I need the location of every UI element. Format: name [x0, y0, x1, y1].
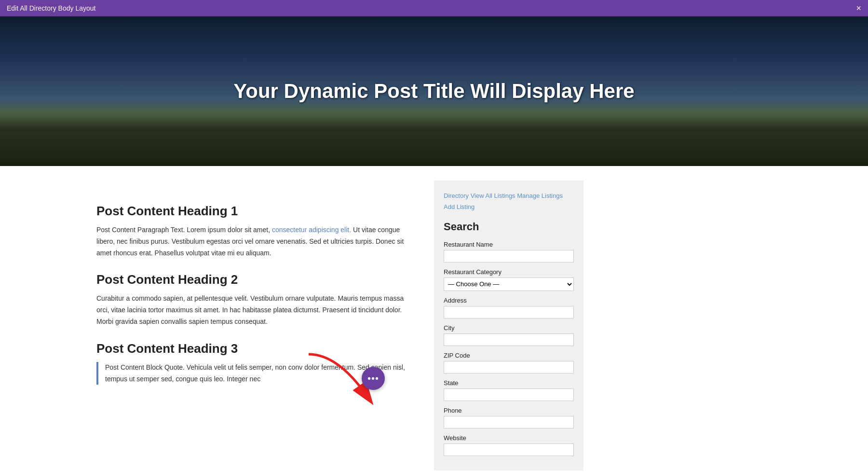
- field-input-2[interactable]: [444, 306, 574, 319]
- paragraph1-plain: Post Content Paragraph Text. Lorem ipsum…: [96, 226, 272, 234]
- post-heading-2: Post Content Heading 2: [96, 272, 405, 287]
- field-label-7: Website: [444, 434, 574, 442]
- sidebar-link-viewall[interactable]: View All Listings: [471, 192, 515, 199]
- field-label-4: ZIP Code: [444, 352, 574, 359]
- field-input-3[interactable]: [444, 333, 574, 346]
- sidebar-fields: Restaurant NameRestaurant Category— Choo…: [444, 241, 574, 456]
- field-label-2: Address: [444, 297, 574, 304]
- field-label-3: City: [444, 324, 574, 332]
- title-bar: Edit All Directory Body Layout ×: [0, 0, 868, 16]
- hero-title: Your Dynamic Post Title Will Display Her…: [224, 80, 644, 103]
- title-bar-label: Edit All Directory Body Layout: [7, 4, 95, 12]
- floating-action-button[interactable]: •••: [362, 367, 385, 390]
- field-input-4[interactable]: [444, 361, 574, 374]
- field-input-7[interactable]: [444, 444, 574, 456]
- field-label-6: Phone: [444, 407, 574, 414]
- post-heading-3: Post Content Heading 3: [96, 341, 405, 356]
- field-label-5: State: [444, 379, 574, 387]
- post-heading-1: Post Content Heading 1: [96, 204, 405, 219]
- content-area: Post Content Heading 1 Post Content Para…: [0, 166, 434, 471]
- paragraph1-link[interactable]: consectetur adipiscing elit.: [272, 226, 351, 234]
- field-input-0[interactable]: [444, 250, 574, 263]
- post-paragraph-1: Post Content Paragraph Text. Lorem ipsum…: [96, 224, 405, 259]
- close-icon[interactable]: ×: [856, 4, 861, 13]
- sidebar-link-add[interactable]: Add Listing: [444, 203, 475, 210]
- field-input-5[interactable]: [444, 389, 574, 401]
- field-label-0: Restaurant Name: [444, 241, 574, 248]
- sidebar-links: Directory View All Listings Manage Listi…: [444, 190, 574, 213]
- block-quote-wrapper: Post Content Block Quote. Vehicula velit…: [96, 362, 405, 385]
- block-quote-text: Post Content Block Quote. Vehicula velit…: [105, 362, 405, 385]
- block-quote-bar: [96, 362, 98, 385]
- sidebar-link-manage[interactable]: Manage Listings: [517, 192, 563, 199]
- floating-dots-icon: •••: [367, 374, 379, 383]
- sidebar-link-directory[interactable]: Directory: [444, 192, 469, 199]
- sidebar: Directory View All Listings Manage Listi…: [434, 180, 583, 471]
- sidebar-search-title: Search: [444, 221, 574, 233]
- main-area: Post Content Heading 1 Post Content Para…: [0, 166, 868, 471]
- field-select-1[interactable]: — Choose One —: [444, 278, 574, 291]
- field-label-1: Restaurant Category: [444, 268, 574, 276]
- post-paragraph-2: Curabitur a commodo sapien, at pellentes…: [96, 293, 405, 327]
- hero-section: Your Dynamic Post Title Will Display Her…: [0, 16, 868, 166]
- field-input-6[interactable]: [444, 416, 574, 429]
